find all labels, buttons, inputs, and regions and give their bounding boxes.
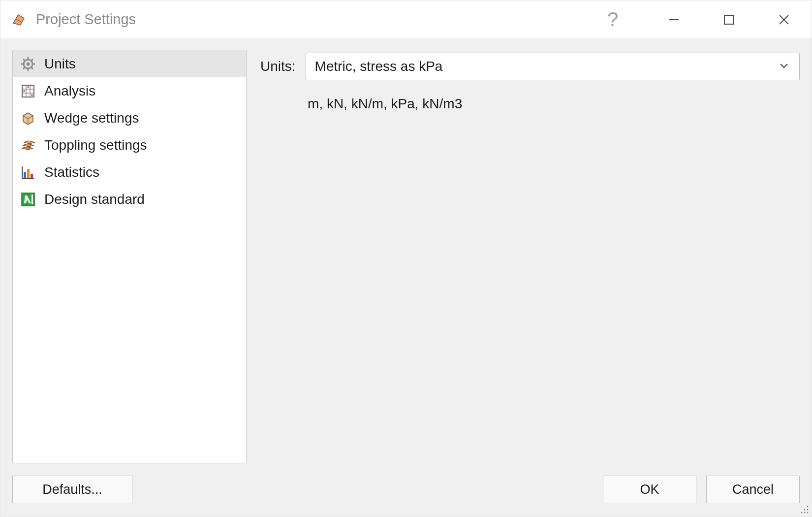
- help-button[interactable]: ?: [585, 0, 640, 38]
- sidebar-item-label: Statistics: [44, 164, 99, 180]
- svg-marker-27: [23, 144, 34, 147]
- svg-rect-31: [24, 172, 26, 178]
- svg-rect-35: [31, 194, 33, 204]
- sidebar-item-label: Wedge settings: [44, 110, 139, 126]
- svg-point-41: [807, 512, 809, 514]
- svg-point-7: [27, 62, 30, 65]
- content-row: Units Analysis: [0, 39, 812, 471]
- window-controls: ?: [585, 0, 812, 38]
- project-settings-window: Project Settings ?: [0, 0, 812, 517]
- svg-marker-0: [13, 15, 24, 25]
- svg-line-13: [31, 67, 33, 69]
- stack-icon: [20, 137, 36, 154]
- svg-point-21: [23, 90, 25, 92]
- svg-point-23: [31, 94, 33, 96]
- sidebar-item-label: Analysis: [44, 83, 95, 99]
- svg-rect-3: [724, 15, 733, 24]
- close-button[interactable]: [756, 0, 812, 38]
- chevron-down-icon: [779, 59, 789, 74]
- svg-marker-28: [24, 141, 35, 144]
- dialog-body: Units Analysis: [0, 39, 812, 517]
- svg-point-36: [807, 506, 809, 508]
- sidebar-item-wedge-settings[interactable]: Wedge settings: [13, 104, 246, 131]
- lambda-icon: [20, 191, 36, 208]
- titlebar: Project Settings ?: [0, 0, 812, 39]
- grid-icon: [20, 83, 36, 99]
- svg-point-22: [27, 86, 29, 88]
- defaults-button[interactable]: Defaults...: [12, 476, 132, 503]
- units-select-value: Metric, stress as kPa: [315, 59, 443, 74]
- sidebar-item-design-standard[interactable]: Design standard: [13, 186, 246, 213]
- sidebar-item-label: Units: [44, 56, 76, 72]
- settings-panel: Units: Metric, stress as kPa m, kN, kN/m…: [260, 50, 800, 471]
- sidebar-item-statistics[interactable]: Statistics: [13, 159, 246, 186]
- window-title: Project Settings: [36, 11, 585, 28]
- svg-line-12: [23, 59, 25, 61]
- svg-point-39: [801, 512, 803, 514]
- sidebar-item-toppling-settings[interactable]: Toppling settings: [13, 131, 246, 159]
- app-icon: [10, 11, 27, 28]
- svg-point-40: [804, 512, 806, 514]
- maximize-button[interactable]: [701, 0, 756, 38]
- svg-line-14: [31, 59, 33, 61]
- units-row: Units: Metric, stress as kPa: [260, 53, 800, 80]
- sidebar-item-units[interactable]: Units: [13, 50, 246, 77]
- minimize-button[interactable]: [646, 0, 701, 38]
- svg-marker-26: [22, 147, 33, 150]
- dialog-footer: Defaults... OK Cancel: [0, 471, 812, 517]
- svg-line-15: [23, 67, 25, 69]
- svg-point-37: [804, 509, 806, 511]
- units-select[interactable]: Metric, stress as kPa: [306, 53, 800, 80]
- units-label: Units:: [260, 59, 296, 74]
- bar-chart-icon: [20, 164, 36, 181]
- box-icon: [20, 110, 36, 127]
- svg-rect-32: [27, 169, 30, 178]
- svg-point-38: [807, 509, 809, 511]
- ok-button[interactable]: OK: [603, 476, 696, 503]
- sidebar-item-label: Design standard: [44, 192, 145, 207]
- gear-icon: [20, 56, 36, 72]
- resize-grip-icon[interactable]: [800, 505, 810, 515]
- cancel-button[interactable]: Cancel: [706, 476, 800, 503]
- sidebar-item-label: Toppling settings: [44, 137, 147, 153]
- units-hint: m, kN, kN/m, kPa, kN/m3: [308, 96, 800, 112]
- svg-rect-33: [31, 174, 33, 178]
- sidebar-item-analysis[interactable]: Analysis: [13, 77, 246, 104]
- settings-category-list: Units Analysis: [12, 50, 247, 463]
